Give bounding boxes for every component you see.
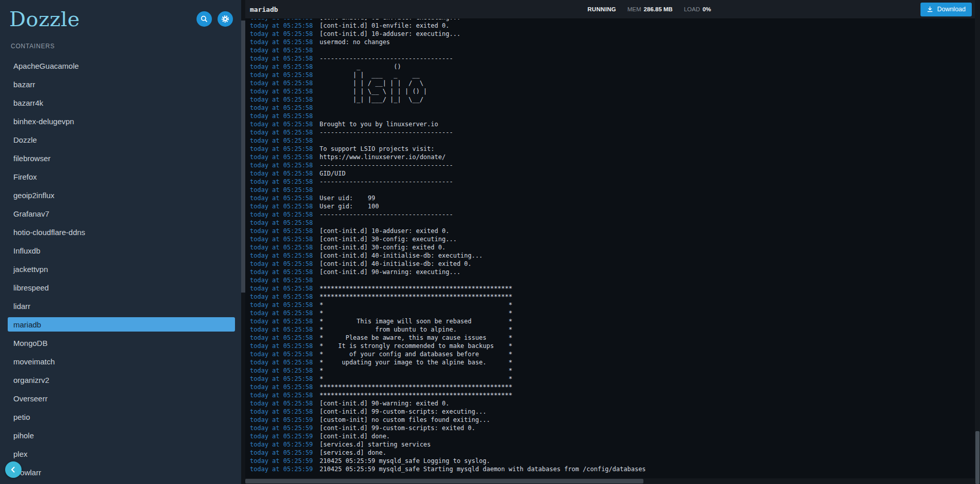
log-message xyxy=(313,47,320,54)
vertical-scrollbar-thumb[interactable] xyxy=(975,431,979,484)
sidebar-container-item[interactable]: Overseerr xyxy=(8,391,235,405)
sidebar-container-item[interactable]: Grafanav7 xyxy=(8,206,235,221)
log-message: _ () xyxy=(313,63,401,70)
log-view[interactable]: today at 05:25:58[cont-init.d] 01-envfil… xyxy=(245,19,975,478)
log-timestamp: today at 05:25:58 xyxy=(250,137,313,144)
container-item-label: Overseerr xyxy=(13,394,48,403)
sidebar-container-item[interactable]: jackettvpn xyxy=(8,262,235,276)
log-line: today at 05:25:58* of your config and da… xyxy=(250,350,975,358)
log-line: today at 05:25:59[cont-init.d] 99-custom… xyxy=(250,424,975,432)
log-timestamp: today at 05:25:58 xyxy=(250,293,313,300)
search-icon xyxy=(200,14,209,24)
horizontal-scrollbar-thumb[interactable] xyxy=(245,479,643,483)
log-timestamp: today at 05:25:58 xyxy=(250,236,313,243)
log-timestamp: today at 05:25:59 xyxy=(250,466,313,473)
log-timestamp: today at 05:25:58 xyxy=(250,342,313,350)
log-line: today at 05:25:58* * xyxy=(250,309,975,317)
log-line: today at 05:25:58 xyxy=(250,219,975,227)
sidebar-container-item[interactable]: geoip2influx xyxy=(8,188,235,202)
sidebar-scrollbar-thumb[interactable] xyxy=(241,21,245,293)
log-message: [cont-init.d] 01-envfile: exited 0. xyxy=(313,22,449,29)
container-item-label: bazarr4k xyxy=(13,99,43,107)
log-line: today at 05:25:59[services.d] starting s… xyxy=(250,440,975,449)
log-line: today at 05:25:58 xyxy=(250,46,975,54)
log-line: today at 05:25:58usermod: no changes xyxy=(250,38,975,46)
log-message: * * xyxy=(313,367,513,374)
log-line: today at 05:25:58***********************… xyxy=(250,293,975,301)
sidebar-container-item[interactable]: Influxdb xyxy=(8,243,235,258)
log-line: today at 05:25:58[cont-init.d] 40-initia… xyxy=(250,260,975,268)
log-line: today at 05:25:58 | | \__ \ | | | () | xyxy=(250,87,975,95)
log-line: today at 05:25:58* This image will soon … xyxy=(250,317,975,325)
settings-button[interactable] xyxy=(218,11,233,27)
sidebar-container-item[interactable]: ApacheGuacamole xyxy=(8,59,235,73)
log-line: today at 05:25:59210425 05:25:59 mysqld_… xyxy=(250,457,975,465)
log-message: [cont-init.d] 90-warning: exited 0. xyxy=(313,400,449,407)
log-message xyxy=(313,112,320,120)
log-message: [cont-init.d] 40-initialise-db: exited 0… xyxy=(313,260,472,267)
container-item-label: jackettvpn xyxy=(13,265,48,274)
log-timestamp: today at 05:25:58 xyxy=(250,309,313,317)
log-timestamp: today at 05:25:58 xyxy=(250,367,313,374)
sidebar-container-item[interactable]: bazarr xyxy=(8,77,235,91)
log-timestamp: today at 05:25:58 xyxy=(250,121,313,128)
sidebar-container-item[interactable]: lidarr xyxy=(8,299,235,313)
sidebar-container-item[interactable]: prowlarr xyxy=(8,465,235,479)
sidebar-container-item[interactable]: Dozzle xyxy=(8,132,235,147)
sidebar-container-item[interactable]: hotio-cloudflare-ddns xyxy=(8,225,235,239)
log-line: today at 05:25:58[cont-init.d] 10-adduse… xyxy=(250,30,975,38)
sidebar-container-item[interactable]: petio xyxy=(8,410,235,424)
log-timestamp: today at 05:25:58 xyxy=(250,96,313,103)
log-message: [cont-init.d] 01-envfile: executing... xyxy=(313,19,461,21)
container-item-label: librespeed xyxy=(13,283,49,292)
log-message: To support LSIO projects visit: xyxy=(313,145,435,152)
chevron-left-icon xyxy=(9,466,17,474)
log-timestamp: today at 05:25:58 xyxy=(250,55,313,62)
log-line: today at 05:25:58* updating your image t… xyxy=(250,358,975,366)
sidebar-container-item[interactable]: librespeed xyxy=(8,280,235,295)
log-panel: mariadb RUNNING MEM 286.85 MB LOAD 0% Do… xyxy=(245,0,975,484)
memory-value: 286.85 MB xyxy=(644,6,673,12)
collapse-sidebar-button[interactable] xyxy=(5,461,22,478)
log-message: * updating your image to the alpine base… xyxy=(313,359,513,366)
log-message: * from ubuntu to alpine. * xyxy=(313,326,513,333)
log-timestamp: today at 05:25:59 xyxy=(250,416,313,423)
log-message: ****************************************… xyxy=(313,285,513,292)
log-line: today at 05:25:58***********************… xyxy=(250,284,975,293)
sidebar-container-item[interactable]: pihole xyxy=(8,428,235,442)
sidebar-container-item[interactable]: filebrowser xyxy=(8,151,235,165)
search-button[interactable] xyxy=(197,11,212,27)
sidebar-scrollbar[interactable] xyxy=(241,0,245,484)
log-line: today at 05:25:59[services.d] done. xyxy=(250,449,975,457)
log-message: * of your config and databases before * xyxy=(313,351,513,358)
vertical-scrollbar[interactable] xyxy=(975,0,980,484)
sidebar-container-item[interactable]: Firefox xyxy=(8,169,235,184)
sidebar-container-item[interactable]: moveimatch xyxy=(8,354,235,369)
log-message xyxy=(313,137,320,144)
sidebar-container-item[interactable]: bazarr4k xyxy=(8,95,235,110)
log-line: today at 05:25:58 | | ___ _ __ xyxy=(250,71,975,79)
log-line: today at 05:25:58Brought to you by linux… xyxy=(250,120,975,128)
log-timestamp: today at 05:25:59 xyxy=(250,433,313,440)
sidebar-container-item[interactable]: organizrv2 xyxy=(8,373,235,387)
container-item-label: mariadb xyxy=(13,320,41,329)
sidebar-container-item[interactable]: MongoDB xyxy=(8,336,235,350)
log-line: today at 05:25:58User uid: 99 xyxy=(250,194,975,202)
container-item-label: geoip2influx xyxy=(13,191,54,200)
log-message: * Please be aware, this may cause issues… xyxy=(313,334,513,341)
log-timestamp: today at 05:25:58 xyxy=(250,203,313,210)
log-message: [cont-init.d] 99-custom-scripts: executi… xyxy=(313,408,486,415)
sidebar-container-item[interactable]: mariadb xyxy=(8,317,235,332)
sidebar-container-item[interactable]: plex xyxy=(8,447,235,461)
log-timestamp: today at 05:25:58 xyxy=(250,63,313,70)
memory-label: MEM xyxy=(628,6,641,12)
log-message: ------------------------------------ xyxy=(313,162,453,169)
horizontal-scrollbar[interactable] xyxy=(245,478,975,484)
download-button[interactable]: Download xyxy=(920,3,972,16)
sidebar-container-item[interactable]: binhex-delugevpn xyxy=(8,114,235,128)
log-timestamp: today at 05:25:58 xyxy=(250,227,313,235)
log-message: User uid: 99 xyxy=(313,195,375,202)
log-line: today at 05:25:59[cont-init.d] done. xyxy=(250,432,975,440)
container-item-label: hotio-cloudflare-ddns xyxy=(13,228,85,237)
log-timestamp: today at 05:25:58 xyxy=(250,80,313,87)
